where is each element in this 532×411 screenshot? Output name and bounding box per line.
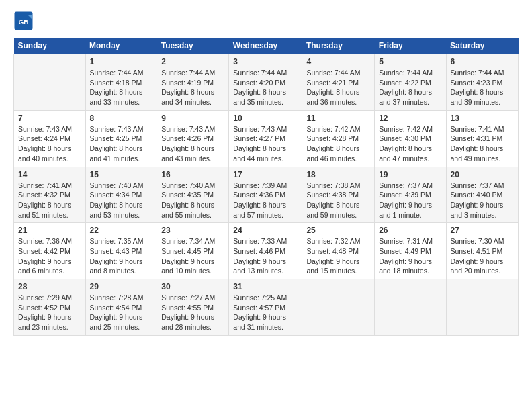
- day-info: Sunrise: 7:43 AM Sunset: 4:25 PM Dayligh…: [90, 124, 153, 164]
- day-cell: [14, 54, 86, 111]
- day-info: Sunrise: 7:40 AM Sunset: 4:35 PM Dayligh…: [161, 181, 224, 220]
- col-header-friday: Friday: [375, 38, 446, 54]
- day-info: Sunrise: 7:41 AM Sunset: 4:31 PM Dayligh…: [451, 124, 514, 164]
- day-cell: 18Sunrise: 7:38 AM Sunset: 4:38 PM Dayli…: [302, 167, 375, 223]
- day-cell: 14Sunrise: 7:41 AM Sunset: 4:32 PM Dayli…: [14, 167, 86, 223]
- day-cell: 8Sunrise: 7:43 AM Sunset: 4:25 PM Daylig…: [85, 110, 157, 167]
- day-cell: 24Sunrise: 7:33 AM Sunset: 4:46 PM Dayli…: [229, 223, 302, 279]
- day-cell: 4Sunrise: 7:44 AM Sunset: 4:21 PM Daylig…: [302, 54, 375, 111]
- day-number: 7: [18, 113, 81, 123]
- day-number: 1: [90, 57, 153, 66]
- day-info: Sunrise: 7:32 AM Sunset: 4:48 PM Dayligh…: [306, 236, 370, 276]
- day-number: 15: [90, 170, 153, 179]
- day-info: Sunrise: 7:37 AM Sunset: 4:39 PM Dayligh…: [379, 181, 441, 220]
- week-row-2: 7Sunrise: 7:43 AM Sunset: 4:24 PM Daylig…: [14, 110, 519, 167]
- day-info: Sunrise: 7:38 AM Sunset: 4:38 PM Dayligh…: [306, 181, 370, 220]
- svg-text:GB: GB: [19, 18, 29, 26]
- day-cell: 9Sunrise: 7:43 AM Sunset: 4:26 PM Daylig…: [157, 110, 229, 167]
- day-info: Sunrise: 7:44 AM Sunset: 4:19 PM Dayligh…: [161, 68, 224, 107]
- day-cell: 7Sunrise: 7:43 AM Sunset: 4:24 PM Daylig…: [14, 110, 86, 167]
- day-number: 6: [451, 57, 514, 66]
- col-header-saturday: Saturday: [446, 38, 518, 54]
- day-cell: 2Sunrise: 7:44 AM Sunset: 4:19 PM Daylig…: [157, 54, 229, 111]
- day-cell: 3Sunrise: 7:44 AM Sunset: 4:20 PM Daylig…: [229, 54, 302, 111]
- day-info: Sunrise: 7:35 AM Sunset: 4:43 PM Dayligh…: [90, 236, 153, 276]
- day-info: Sunrise: 7:29 AM Sunset: 4:52 PM Dayligh…: [18, 293, 81, 332]
- header-row: SundayMondayTuesdayWednesdayThursdayFrid…: [14, 38, 519, 54]
- day-info: Sunrise: 7:27 AM Sunset: 4:55 PM Dayligh…: [161, 293, 224, 332]
- day-info: Sunrise: 7:36 AM Sunset: 4:42 PM Dayligh…: [18, 236, 81, 276]
- day-info: Sunrise: 7:43 AM Sunset: 4:27 PM Dayligh…: [233, 124, 298, 164]
- week-row-4: 21Sunrise: 7:36 AM Sunset: 4:42 PM Dayli…: [14, 223, 519, 279]
- day-cell: 30Sunrise: 7:27 AM Sunset: 4:55 PM Dayli…: [157, 279, 229, 336]
- day-cell: [302, 279, 375, 336]
- day-cell: 26Sunrise: 7:31 AM Sunset: 4:49 PM Dayli…: [375, 223, 446, 279]
- day-number: 29: [90, 282, 153, 291]
- day-number: 12: [379, 113, 441, 123]
- week-row-5: 28Sunrise: 7:29 AM Sunset: 4:52 PM Dayli…: [14, 279, 519, 336]
- day-number: 18: [306, 170, 370, 179]
- day-cell: 12Sunrise: 7:42 AM Sunset: 4:30 PM Dayli…: [375, 110, 446, 167]
- day-cell: 23Sunrise: 7:34 AM Sunset: 4:45 PM Dayli…: [157, 223, 229, 279]
- day-cell: 1Sunrise: 7:44 AM Sunset: 4:18 PM Daylig…: [85, 54, 157, 111]
- day-cell: 16Sunrise: 7:40 AM Sunset: 4:35 PM Dayli…: [157, 167, 229, 223]
- day-number: 5: [379, 57, 441, 66]
- day-number: 19: [379, 170, 441, 179]
- page: GB SundayMondayTuesdayWednesdayThursdayF…: [0, 0, 532, 342]
- day-number: 9: [161, 113, 224, 123]
- week-row-3: 14Sunrise: 7:41 AM Sunset: 4:32 PM Dayli…: [14, 167, 519, 223]
- day-cell: 31Sunrise: 7:25 AM Sunset: 4:57 PM Dayli…: [229, 279, 302, 336]
- day-number: 27: [451, 226, 514, 235]
- day-cell: 29Sunrise: 7:28 AM Sunset: 4:54 PM Dayli…: [85, 279, 157, 336]
- day-info: Sunrise: 7:25 AM Sunset: 4:57 PM Dayligh…: [233, 293, 298, 332]
- day-info: Sunrise: 7:37 AM Sunset: 4:40 PM Dayligh…: [451, 181, 514, 220]
- day-info: Sunrise: 7:43 AM Sunset: 4:24 PM Dayligh…: [18, 124, 81, 164]
- day-cell: [375, 279, 446, 336]
- day-info: Sunrise: 7:41 AM Sunset: 4:32 PM Dayligh…: [18, 181, 81, 220]
- day-number: 17: [233, 170, 298, 179]
- day-cell: 11Sunrise: 7:42 AM Sunset: 4:28 PM Dayli…: [302, 110, 375, 167]
- day-cell: 13Sunrise: 7:41 AM Sunset: 4:31 PM Dayli…: [446, 110, 518, 167]
- calendar-table: SundayMondayTuesdayWednesdayThursdayFrid…: [13, 38, 519, 336]
- day-info: Sunrise: 7:31 AM Sunset: 4:49 PM Dayligh…: [379, 236, 441, 276]
- day-info: Sunrise: 7:44 AM Sunset: 4:22 PM Dayligh…: [379, 68, 441, 107]
- day-cell: [446, 279, 518, 336]
- day-number: 2: [161, 57, 224, 66]
- day-info: Sunrise: 7:28 AM Sunset: 4:54 PM Dayligh…: [90, 293, 153, 332]
- col-header-thursday: Thursday: [302, 38, 375, 54]
- day-info: Sunrise: 7:33 AM Sunset: 4:46 PM Dayligh…: [233, 236, 298, 276]
- day-number: 23: [161, 226, 224, 235]
- day-number: 13: [451, 113, 514, 123]
- col-header-monday: Monday: [85, 38, 157, 54]
- day-number: 11: [306, 113, 370, 123]
- day-number: 3: [233, 57, 298, 66]
- day-cell: 10Sunrise: 7:43 AM Sunset: 4:27 PM Dayli…: [229, 110, 302, 167]
- day-info: Sunrise: 7:44 AM Sunset: 4:23 PM Dayligh…: [451, 68, 514, 107]
- day-number: 30: [161, 282, 224, 291]
- day-number: 22: [90, 226, 153, 235]
- day-info: Sunrise: 7:43 AM Sunset: 4:26 PM Dayligh…: [161, 124, 224, 164]
- col-header-tuesday: Tuesday: [157, 38, 229, 54]
- day-cell: 27Sunrise: 7:30 AM Sunset: 4:51 PM Dayli…: [446, 223, 518, 279]
- day-info: Sunrise: 7:40 AM Sunset: 4:34 PM Dayligh…: [90, 181, 153, 220]
- day-cell: 25Sunrise: 7:32 AM Sunset: 4:48 PM Dayli…: [302, 223, 375, 279]
- day-cell: 15Sunrise: 7:40 AM Sunset: 4:34 PM Dayli…: [85, 167, 157, 223]
- day-info: Sunrise: 7:44 AM Sunset: 4:21 PM Dayligh…: [306, 68, 370, 107]
- day-info: Sunrise: 7:39 AM Sunset: 4:36 PM Dayligh…: [233, 181, 298, 220]
- day-number: 16: [161, 170, 224, 179]
- day-number: 4: [306, 57, 370, 66]
- day-number: 8: [90, 113, 153, 123]
- day-number: 28: [18, 282, 81, 291]
- day-cell: 21Sunrise: 7:36 AM Sunset: 4:42 PM Dayli…: [14, 223, 86, 279]
- day-info: Sunrise: 7:42 AM Sunset: 4:28 PM Dayligh…: [306, 124, 370, 164]
- logo: GB: [13, 11, 36, 31]
- day-info: Sunrise: 7:44 AM Sunset: 4:18 PM Dayligh…: [90, 68, 153, 107]
- day-number: 20: [451, 170, 514, 179]
- day-info: Sunrise: 7:42 AM Sunset: 4:30 PM Dayligh…: [379, 124, 441, 164]
- day-number: 26: [379, 226, 441, 235]
- day-info: Sunrise: 7:30 AM Sunset: 4:51 PM Dayligh…: [451, 236, 514, 276]
- day-cell: 5Sunrise: 7:44 AM Sunset: 4:22 PM Daylig…: [375, 54, 446, 111]
- day-number: 10: [233, 113, 298, 123]
- day-cell: 22Sunrise: 7:35 AM Sunset: 4:43 PM Dayli…: [85, 223, 157, 279]
- day-number: 31: [233, 282, 298, 291]
